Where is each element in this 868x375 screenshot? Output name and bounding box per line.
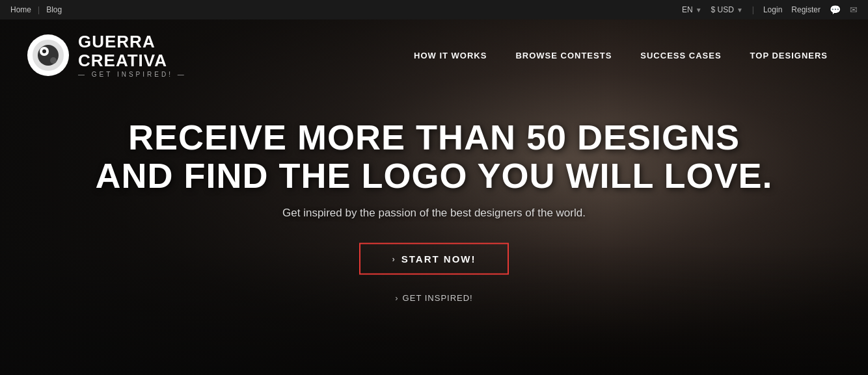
hero-section: GUERRA CREATIVA — GET INSPIRED! — HOW IT… — [0, 19, 868, 375]
logo-tagline: — GET INSPIRED! — — [78, 71, 187, 78]
currency-arrow-icon: ▼ — [737, 6, 743, 14]
currency-selector[interactable]: $ USD ▼ — [711, 5, 743, 14]
get-inspired-button[interactable]: › GET INSPIRED! — [395, 293, 472, 303]
nav-links: HOW IT WORKS BROWSE CONTESTS SUCCESS CAS… — [400, 49, 842, 61]
inspired-chevron-icon: › — [395, 293, 398, 303]
language-selector[interactable]: EN ▼ — [682, 5, 702, 14]
nav-item-how-it-works[interactable]: HOW IT WORKS — [400, 49, 501, 61]
chat-icon[interactable]: 💬 — [830, 5, 841, 15]
nav-item-success-cases[interactable]: SUCCESS CASES — [626, 49, 735, 61]
logo-link[interactable]: GUERRA CREATIVA — GET INSPIRED! — — [26, 32, 187, 78]
svg-point-5 — [50, 57, 57, 64]
nav-link-how-it-works[interactable]: HOW IT WORKS — [400, 51, 501, 60]
nav-link-success-cases[interactable]: SUCCESS CASES — [626, 51, 735, 60]
nav-link-top-designers[interactable]: TOP DESIGNERS — [736, 51, 842, 60]
hero-cta-group: › START NOW! › GET INSPIRED! — [0, 243, 868, 303]
nav-item-browse-contests[interactable]: BROWSE CONTESTS — [501, 49, 626, 61]
blog-link[interactable]: Blog — [46, 5, 62, 14]
mail-icon[interactable]: ✉ — [850, 5, 858, 15]
nav-link-browse-contests[interactable]: BROWSE CONTESTS — [501, 51, 626, 60]
login-link[interactable]: Login — [763, 5, 782, 14]
logo-text: GUERRA CREATIVA — GET INSPIRED! — — [78, 32, 187, 78]
top-bar-actions: EN ▼ $ USD ▼ | Login Register 💬 ✉ — [682, 5, 858, 15]
hero-content: RECEIVE MORE THAN 50 DESIGNS AND FIND TH… — [0, 118, 868, 303]
hero-title: RECEIVE MORE THAN 50 DESIGNS AND FIND TH… — [0, 118, 868, 195]
logo-icon — [26, 33, 70, 77]
nav-separator: | — [38, 5, 40, 14]
register-link[interactable]: Register — [791, 5, 821, 14]
svg-point-4 — [42, 49, 46, 53]
main-nav: GUERRA CREATIVA — GET INSPIRED! — HOW IT… — [0, 19, 868, 91]
top-bar: Home | Blog EN ▼ $ USD ▼ | Login Registe… — [0, 0, 868, 19]
logo-name: GUERRA CREATIVA — [78, 32, 187, 70]
nav-item-top-designers[interactable]: TOP DESIGNERS — [736, 49, 842, 61]
top-bar-nav: Home | Blog — [10, 5, 62, 14]
hero-subtitle: Get inspired by the passion of the best … — [0, 207, 868, 220]
home-link[interactable]: Home — [10, 5, 31, 14]
lang-arrow-icon: ▼ — [696, 6, 702, 14]
start-now-button[interactable]: › START NOW! — [359, 243, 508, 275]
start-chevron-icon: › — [392, 254, 396, 264]
